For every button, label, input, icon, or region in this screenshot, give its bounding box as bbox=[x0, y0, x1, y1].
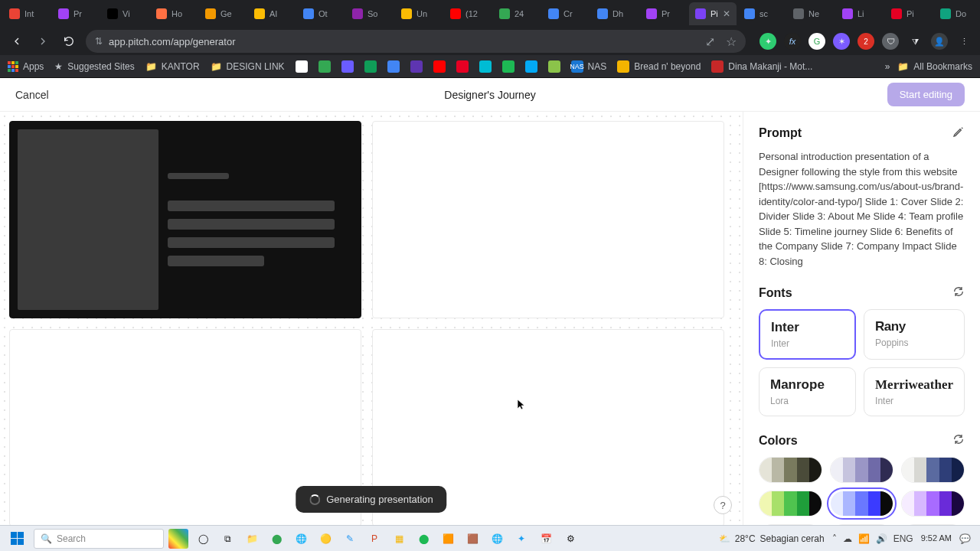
color-palette[interactable] bbox=[759, 457, 822, 483]
color-palette[interactable] bbox=[830, 457, 893, 483]
extension-icon[interactable]: G bbox=[808, 33, 825, 50]
browser-tab[interactable]: Pr bbox=[52, 2, 100, 25]
browser-tab[interactable]: So bbox=[346, 2, 394, 25]
extension-icon[interactable]: 🛡 bbox=[882, 33, 899, 50]
extension-icon[interactable]: fx bbox=[784, 33, 801, 50]
nav-back-button[interactable] bbox=[8, 32, 26, 51]
refresh-fonts-button[interactable] bbox=[952, 285, 965, 300]
bookmark-item[interactable] bbox=[341, 60, 354, 73]
browser-tab[interactable]: Ot bbox=[297, 2, 345, 25]
taskbar-app-icon[interactable]: 🟫 bbox=[462, 529, 482, 549]
bookmark-item[interactable]: ★Suggested Sites bbox=[54, 61, 134, 72]
browser-tab[interactable]: 24 bbox=[493, 2, 541, 25]
bookmark-item[interactable]: NASNAS bbox=[571, 60, 607, 73]
address-input[interactable] bbox=[109, 36, 699, 47]
taskbar-weather[interactable]: ⛅ 28°C Sebagian cerah bbox=[719, 533, 825, 544]
bookmark-item[interactable] bbox=[318, 60, 331, 73]
cortana-icon[interactable]: ◯ bbox=[193, 529, 213, 549]
file-explorer-icon[interactable]: 📁 bbox=[242, 529, 262, 549]
taskbar-app-icon[interactable]: ⬤ bbox=[266, 529, 286, 549]
site-info-icon[interactable]: ⇅ bbox=[95, 36, 103, 47]
bookmark-item[interactable] bbox=[456, 60, 469, 73]
browser-tab[interactable]: Ne bbox=[787, 2, 835, 25]
browser-tab[interactable]: Un bbox=[395, 2, 443, 25]
browser-tab[interactable]: Int bbox=[3, 2, 51, 25]
bookmark-item[interactable] bbox=[387, 60, 400, 73]
bookmark-item[interactable] bbox=[548, 60, 560, 73]
browser-tab[interactable]: Pr bbox=[640, 2, 688, 25]
browser-tab[interactable]: Do bbox=[934, 2, 980, 25]
font-option[interactable]: MerriweatherInter bbox=[864, 367, 965, 416]
wifi-icon[interactable]: 📶 bbox=[858, 533, 870, 544]
browser-tab[interactable]: Cr bbox=[542, 2, 590, 25]
all-bookmarks[interactable]: 📁All Bookmarks bbox=[897, 61, 972, 72]
browser-tab[interactable]: Ho bbox=[150, 2, 198, 25]
bookmark-item[interactable] bbox=[296, 60, 308, 73]
cancel-button[interactable]: Cancel bbox=[15, 89, 49, 101]
color-palette[interactable] bbox=[901, 491, 965, 517]
chrome-icon[interactable]: 🟡 bbox=[315, 529, 335, 549]
browser-tab[interactable]: (12 bbox=[444, 2, 492, 25]
browser-tab[interactable]: Ge bbox=[199, 2, 247, 25]
refresh-colors-button[interactable] bbox=[952, 433, 965, 448]
bookmarks-overflow-icon[interactable]: » bbox=[885, 61, 890, 72]
bookmark-item[interactable]: Bread n' beyond bbox=[617, 60, 701, 73]
bookmark-item[interactable] bbox=[502, 60, 514, 73]
bookmark-item[interactable]: Dina Makanji - Mot... bbox=[711, 60, 812, 73]
apps-shortcut[interactable]: Apps bbox=[8, 61, 44, 72]
taskbar-app-icon[interactable]: ✎ bbox=[340, 529, 360, 549]
extension-icon[interactable]: 2 bbox=[858, 33, 874, 50]
extension-icon[interactable]: ✶ bbox=[833, 33, 850, 50]
start-editing-button[interactable]: Start editing bbox=[887, 83, 965, 106]
install-app-icon[interactable]: ⤢ bbox=[705, 34, 715, 49]
onedrive-icon[interactable]: ☁ bbox=[843, 533, 852, 544]
help-button[interactable]: ? bbox=[714, 496, 732, 514]
font-option[interactable]: RanyPoppins bbox=[864, 309, 965, 360]
browser-tab[interactable]: AI bbox=[248, 2, 296, 25]
task-view-icon[interactable]: ⧉ bbox=[217, 529, 237, 549]
notifications-icon[interactable]: 💬 bbox=[959, 533, 971, 544]
nav-reload-button[interactable] bbox=[60, 32, 78, 51]
browser-tab[interactable]: Dh bbox=[591, 2, 639, 25]
browser-tab[interactable]: Pi✕ bbox=[689, 2, 737, 25]
edit-prompt-button[interactable] bbox=[952, 126, 965, 140]
taskbar-app-icon[interactable]: ✦ bbox=[511, 529, 531, 549]
slide-thumbnail[interactable] bbox=[9, 121, 361, 318]
bookmark-folder[interactable]: 📁KANTOR bbox=[145, 61, 200, 72]
taskbar-app-icon[interactable]: ⚙ bbox=[560, 529, 580, 549]
calendar-icon[interactable]: 📅 bbox=[536, 529, 556, 549]
browser-tab[interactable]: Vi bbox=[101, 2, 149, 25]
browser-tab[interactable]: sc bbox=[738, 2, 786, 25]
browser-tab[interactable]: Pi bbox=[885, 2, 933, 25]
extension-puzzle-icon[interactable]: ⧩ bbox=[906, 33, 923, 50]
bookmark-folder[interactable]: 📁DESIGN LINK bbox=[211, 61, 285, 72]
chrome-icon[interactable]: 🌐 bbox=[487, 529, 507, 549]
profile-avatar[interactable]: 👤 bbox=[931, 33, 948, 50]
start-button[interactable] bbox=[5, 528, 29, 549]
volume-icon[interactable]: 🔊 bbox=[876, 533, 887, 544]
bookmark-item[interactable] bbox=[479, 60, 492, 73]
powerpoint-icon[interactable]: P bbox=[364, 529, 384, 549]
bookmark-item[interactable] bbox=[433, 60, 446, 73]
color-palette[interactable] bbox=[901, 457, 965, 483]
browser-tab[interactable]: Li bbox=[836, 2, 884, 25]
font-option[interactable]: ManropeLora bbox=[759, 367, 856, 416]
color-palette[interactable] bbox=[830, 491, 893, 517]
language-indicator[interactable]: ENG bbox=[893, 533, 913, 544]
nav-forward-button[interactable] bbox=[34, 32, 52, 51]
taskbar-app-icon[interactable]: ▦ bbox=[389, 529, 409, 549]
edge-icon[interactable]: 🌐 bbox=[291, 529, 311, 549]
bookmark-item[interactable] bbox=[525, 60, 537, 73]
font-option[interactable]: InterInter bbox=[759, 309, 856, 360]
slide-thumbnail[interactable] bbox=[372, 121, 724, 318]
bookmark-star-icon[interactable]: ☆ bbox=[726, 34, 737, 49]
spotify-icon[interactable]: ⬤ bbox=[413, 529, 433, 549]
taskbar-app-icon[interactable]: 🟧 bbox=[438, 529, 458, 549]
browser-menu-icon[interactable]: ⋮ bbox=[956, 33, 972, 50]
taskbar-clock[interactable]: 9:52 AM bbox=[921, 533, 952, 543]
tray-chevron-icon[interactable]: ˄ bbox=[832, 533, 837, 544]
bookmark-item[interactable] bbox=[410, 60, 423, 73]
color-palette[interactable] bbox=[759, 491, 822, 517]
extension-icon[interactable]: ✦ bbox=[760, 33, 776, 50]
taskbar-app-icon[interactable] bbox=[168, 529, 188, 549]
